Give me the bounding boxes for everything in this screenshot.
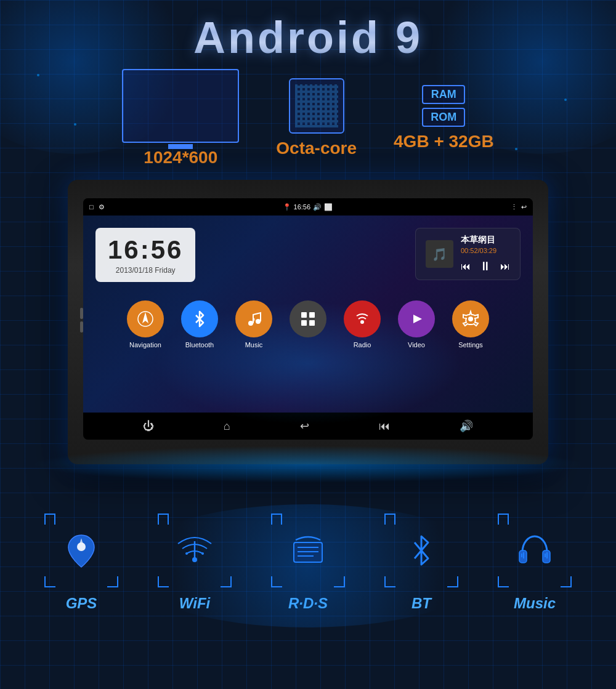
- bracket-wifi-br: [158, 514, 232, 587]
- svg-rect-5: [301, 312, 307, 318]
- clock-time: 16:56: [108, 235, 183, 265]
- radio-label: Radio: [354, 341, 371, 349]
- feature-gps: GPS: [44, 514, 118, 612]
- music-label: Music: [245, 341, 263, 349]
- screen-icon: [122, 69, 239, 143]
- rds-label: R·D·S: [288, 595, 328, 612]
- video-icon-circle: [398, 300, 435, 337]
- bracket-music-br: [498, 514, 572, 587]
- bt-icon-wrapper: [384, 514, 458, 587]
- wifi-status-icon: ⚙: [99, 203, 105, 211]
- prev-media-button[interactable]: ⏮: [379, 420, 390, 433]
- menu-icon: ⋮: [511, 203, 517, 211]
- page-wrapper: Android 9 1024*600 Octa-core RAM ROM 4GB…: [0, 0, 616, 689]
- status-left: □ ⚙: [89, 203, 105, 211]
- settings-label: Settings: [458, 341, 483, 349]
- music-info: 本草纲目 00:52/03:29 ⏮ ⏸ ⏭: [461, 235, 510, 273]
- device-section: GPS CARD □ ⚙ 📍 16:56 🔊 ⬜: [0, 180, 616, 464]
- app-settings[interactable]: Settings: [452, 300, 489, 349]
- clock-widget: 16:56 2013/01/18 Friday: [95, 228, 195, 282]
- navigation-label: Navigation: [129, 341, 161, 349]
- svg-rect-7: [301, 320, 307, 326]
- svg-marker-10: [413, 315, 422, 323]
- status-right: ⋮ ↩: [511, 203, 527, 211]
- bracket-br: [44, 514, 118, 587]
- back-button[interactable]: ↩: [300, 419, 309, 433]
- app-launcher[interactable]: [290, 300, 326, 349]
- feature-rds: R·D·S: [271, 514, 345, 612]
- app-radio[interactable]: Radio: [344, 300, 381, 349]
- prev-button[interactable]: ⏮: [461, 261, 471, 272]
- apps-row: Navigation Bluetooth: [95, 300, 521, 349]
- music-title: 本草纲目: [461, 235, 510, 246]
- location-icon: 📍: [283, 203, 291, 211]
- features-section: GPS WiFi: [0, 501, 616, 637]
- wifi-icon-wrapper: [158, 514, 232, 587]
- svg-rect-6: [309, 312, 315, 318]
- svg-marker-1: [142, 312, 148, 323]
- svg-rect-8: [309, 320, 315, 326]
- widgets-row: 16:56 2013/01/18 Friday 🎵 本草纲目 00:52/03:…: [95, 228, 521, 282]
- clock-date: 2013/01/18 Friday: [108, 266, 183, 275]
- feature-bt: BT: [384, 514, 458, 612]
- vol-button[interactable]: 🔊: [460, 419, 473, 433]
- svg-text:♪: ♪: [252, 315, 256, 324]
- launcher-icon-circle: [290, 300, 326, 337]
- music-thumbnail: 🎵: [426, 240, 453, 268]
- page-title: Android 9: [0, 12, 616, 63]
- music-controls: ⏮ ⏸ ⏭: [461, 259, 510, 273]
- bottom-bar: ⏻ ⌂ ↩ ⏮ 🔊: [83, 413, 533, 440]
- settings-icon-circle: [452, 300, 489, 337]
- svg-point-11: [468, 316, 473, 321]
- top-section: Android 9 1024*600 Octa-core RAM ROM 4GB…: [0, 0, 616, 167]
- rom-badge: ROM: [422, 108, 465, 127]
- resolution-label: 1024*600: [144, 148, 217, 167]
- radio-icon-circle: [344, 300, 381, 337]
- wifi-label: WiFi: [179, 595, 210, 612]
- bracket-rds-br: [271, 514, 345, 587]
- app-bluetooth[interactable]: Bluetooth: [181, 300, 218, 349]
- bracket-bt-br: [384, 514, 458, 587]
- app-video[interactable]: Video: [398, 300, 435, 349]
- next-button[interactable]: ⏭: [500, 261, 510, 272]
- specs-row: 1024*600 Octa-core RAM ROM 4GB + 32GB: [0, 69, 616, 167]
- app-navigation[interactable]: Navigation: [127, 300, 164, 349]
- status-time: 16:56: [294, 203, 311, 211]
- gps-label: GPS: [66, 595, 97, 612]
- music-icon-circle: ♪: [235, 300, 272, 337]
- svg-point-3: [256, 319, 261, 324]
- bluetooth-label: Bluetooth: [185, 341, 214, 349]
- screen-frame: □ ⚙ 📍 16:56 🔊 ⬜ ⋮ ↩: [83, 198, 533, 440]
- ram-badge: RAM: [422, 85, 465, 104]
- badges-group: RAM ROM: [422, 85, 465, 127]
- power-button[interactable]: ⏻: [143, 420, 154, 433]
- status-bar: □ ⚙ 📍 16:56 🔊 ⬜ ⋮ ↩: [83, 198, 533, 216]
- play-button[interactable]: ⏸: [479, 259, 492, 273]
- volume-icon: 🔊: [313, 203, 322, 211]
- memory-label: 4GB + 32GB: [394, 132, 494, 151]
- status-center: 📍 16:56 🔊 ⬜: [283, 203, 333, 211]
- feature-music: Music: [498, 514, 572, 612]
- bluetooth-icon-circle: [181, 300, 218, 337]
- platform-glow: [31, 446, 585, 483]
- screen-content: 16:56 2013/01/18 Friday 🎵 本草纲目 00:52/03:…: [83, 216, 533, 413]
- svg-point-9: [360, 320, 364, 324]
- home-button[interactable]: ⌂: [224, 420, 230, 433]
- music-progress: 00:52/03:29: [461, 247, 510, 254]
- gps-icon-wrapper: [44, 514, 118, 587]
- home-icon: □: [89, 203, 94, 211]
- feature-wifi: WiFi: [158, 514, 232, 612]
- video-label: Video: [408, 341, 425, 349]
- processor-label: Octa-core: [276, 139, 357, 158]
- bt-label: BT: [411, 595, 431, 612]
- back-icon: ↩: [521, 203, 527, 211]
- music-widget[interactable]: 🎵 本草纲目 00:52/03:29 ⏮ ⏸ ⏭: [415, 228, 521, 280]
- rds-icon-wrapper: [271, 514, 345, 587]
- spec-processor: Octa-core: [276, 78, 357, 158]
- screenshot-icon: ⬜: [324, 203, 333, 211]
- spec-resolution: 1024*600: [122, 69, 239, 167]
- app-music[interactable]: ♪ Music: [235, 300, 272, 349]
- navigation-icon-circle: [127, 300, 164, 337]
- chip-icon: [289, 78, 344, 134]
- spec-memory: RAM ROM 4GB + 32GB: [394, 85, 494, 151]
